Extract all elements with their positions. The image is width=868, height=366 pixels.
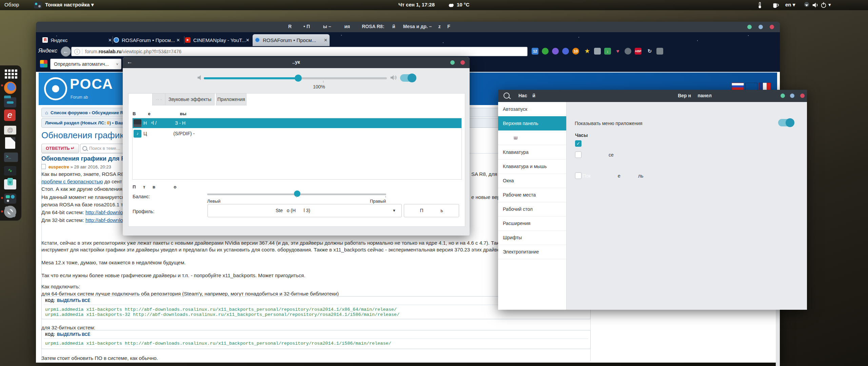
balance-slider-handle[interactable] — [294, 190, 300, 197]
volume-slider-handle[interactable] — [295, 75, 302, 82]
mail-icon[interactable]: @ — [4, 124, 17, 137]
url-bar[interactable]: i forum.rosalab.ru/viewtopic.php?f=53&t=… — [71, 47, 528, 56]
extension-icon-violet[interactable] — [552, 48, 559, 55]
minimize-button[interactable] — [747, 25, 752, 29]
sidebar-item-windows[interactable]: Окна — [498, 174, 566, 188]
maximize-button[interactable] — [758, 25, 763, 29]
select-all-link[interactable]: ВЫДЕЛИТЬ ВСЁ — [57, 332, 90, 337]
minimize-button[interactable] — [450, 60, 455, 65]
reload-icon[interactable]: ↻ — [646, 48, 653, 55]
search-icon[interactable] — [504, 93, 510, 99]
extension-icon-green[interactable] — [542, 48, 549, 55]
flag-english[interactable] — [745, 83, 757, 90]
tab-applications[interactable]: Приложения — [216, 93, 246, 105]
tweaks-titlebar[interactable]: Нас й Вер н панел — [498, 90, 807, 102]
select-all-link[interactable]: ВЫДЕЛИТЬ ВСЁ — [57, 298, 90, 303]
extension-icon-badge-12[interactable]: 12 — [532, 48, 538, 55]
yandex-toolbar-label[interactable]: Яндекс — [38, 47, 57, 54]
sidebar-item-desktop[interactable]: Рабочий стол — [498, 202, 566, 217]
seconds-checkbox[interactable] — [575, 151, 581, 158]
minimize-button[interactable] — [781, 94, 785, 98]
clock[interactable]: Чт сен 1, 17:28 — [398, 2, 435, 7]
tab-youtube[interactable]: ▶ CINEMANplay - YouT... ✕ — [185, 34, 250, 46]
clock-checkbox-checked[interactable]: ✓ — [575, 140, 581, 147]
close-button[interactable] — [770, 25, 774, 29]
volume-icon[interactable] — [812, 1, 819, 9]
activities-button[interactable]: Обзор — [4, 2, 19, 7]
profile-dropdown[interactable]: Ste o (H l 3) ▼ — [208, 204, 402, 217]
temperature-label[interactable]: 10 °C — [457, 2, 470, 7]
repo-link-32[interactable]: http://abf-download — [85, 217, 129, 223]
keyboard-layout-button[interactable]: en ▾ — [785, 2, 795, 8]
flag-french[interactable] — [759, 83, 771, 90]
tab-input[interactable]: ·· · — [152, 93, 165, 105]
browser-titlebar[interactable]: R • П ы – ия ROSA R8: й Mesa и др. – z F — [36, 22, 780, 32]
sidebar-item-workspaces[interactable]: Рабочие места — [498, 188, 566, 202]
tab-yandex[interactable]: Я Яндекс ✕ — [42, 34, 112, 46]
test-sound-button[interactable]: П ь — [404, 204, 459, 217]
close-button[interactable] — [800, 94, 805, 98]
home-icon[interactable]: ⌂ — [45, 110, 48, 115]
terminal-icon[interactable]: >_ — [4, 151, 17, 164]
system-monitor-icon[interactable]: ∿ — [4, 164, 17, 177]
tweaks-app-icon[interactable] — [4, 192, 17, 205]
heart-icon[interactable]: ♥ — [614, 48, 621, 55]
tab-output[interactable] — [128, 93, 153, 105]
firefox-icon[interactable] — [4, 82, 17, 95]
sidebar-item-keyboard-mouse[interactable]: Клавиатура и мышь — [498, 159, 566, 174]
tab-close-icon[interactable]: ✕ — [324, 34, 328, 46]
rosa-e-app-icon[interactable]: e — [4, 109, 17, 122]
security-link[interactable]: проблем с безопасностью — [41, 179, 103, 184]
flag-russian[interactable] — [732, 83, 744, 90]
search-plugin-select[interactable]: Определить автоматич... ˅ — [50, 59, 121, 69]
repo-link-64[interactable]: http://abf-download — [85, 209, 129, 215]
page-info-icon[interactable]: i — [74, 49, 80, 55]
url-text[interactable]: forum.rosalab.ru/viewtopic.php?f=53&t=74… — [85, 47, 181, 56]
extension-icon-badge-10[interactable]: 10 — [572, 48, 579, 55]
sidebar-item-power[interactable]: Электропитание — [498, 245, 566, 259]
date-checkbox[interactable] — [575, 172, 581, 179]
close-button[interactable] — [460, 60, 465, 65]
adblock-icon[interactable]: ABP — [635, 48, 642, 55]
system-menu-chevron-icon[interactable]: ▾ — [828, 2, 831, 8]
sidebar-item-keyboard[interactable]: Клавиатура — [498, 145, 566, 160]
extension-icon-gray[interactable] — [656, 48, 663, 55]
app-grid-icon[interactable] — [4, 69, 17, 82]
back-button[interactable]: ← — [61, 46, 71, 57]
post-title[interactable]: Обновления графики для R — [41, 155, 125, 162]
eye-icon[interactable] — [625, 48, 631, 55]
software-updater-icon[interactable] — [4, 178, 17, 191]
tab-close-icon[interactable]: ✕ — [108, 34, 112, 46]
extension-icon-blue[interactable] — [562, 48, 569, 55]
sidebar-item-autostart[interactable]: Автозапуск — [498, 102, 566, 117]
author-name[interactable]: euspectre — [48, 164, 69, 169]
app-menu-button[interactable]: Тонкая настройка ▾ — [45, 2, 94, 8]
reply-button[interactable]: ОТВЕТИТЬ ↵ — [41, 144, 79, 153]
maximize-button[interactable] — [790, 94, 794, 98]
clipboard-icon[interactable] — [594, 48, 601, 55]
sound-enable-toggle[interactable] — [400, 74, 416, 82]
tab-rosaforum-1[interactable]: ROSAForum • Просм... ✕ — [114, 34, 180, 46]
sound-dialog-title: ..ук — [123, 59, 470, 65]
sound-dialog-titlebar[interactable]: ← ..ук — [123, 57, 470, 68]
device-row-selected[interactable]: Н ⁴l / З - Н — [133, 118, 461, 128]
sidebar-item-extensions[interactable]: Расширения — [498, 216, 566, 231]
power-icon[interactable] — [820, 1, 827, 9]
bookmark-star-icon[interactable]: ★ — [584, 48, 591, 55]
tab-close-icon[interactable]: ✕ — [176, 34, 180, 46]
libreoffice-icon[interactable] — [4, 137, 17, 150]
file-manager-icon[interactable] — [4, 96, 17, 109]
tab-close-icon[interactable]: ✕ — [246, 34, 250, 46]
tweaks-appmenu-icon — [34, 2, 42, 8]
device-row[interactable]: ♪ Ц (S/PDIF) - — [133, 129, 461, 139]
tab-sound-effects[interactable]: Звуковые эффекты — [165, 93, 215, 105]
tab-rosaforum-active[interactable]: ROSAForum • Просм... ✕ — [253, 34, 330, 46]
sidebar-item-fonts[interactable]: Шрифты — [498, 230, 566, 245]
settings-gear-icon[interactable] — [4, 206, 17, 219]
network-icon[interactable] — [803, 1, 810, 9]
post-line: Для 32-bit систем: http://abf-download — [41, 217, 129, 223]
show-app-menu-toggle[interactable] — [778, 119, 794, 126]
sidebar-item-top-panel[interactable]: Верхняя панель — [498, 116, 566, 130]
sidebar-item-appearance[interactable]: ш — [498, 130, 566, 145]
download-icon[interactable]: ↓ — [604, 48, 611, 55]
